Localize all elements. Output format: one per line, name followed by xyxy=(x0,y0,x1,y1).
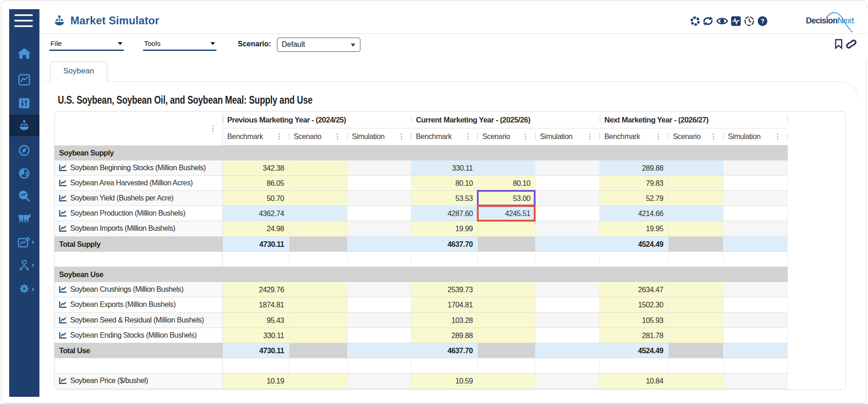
svg-text:?: ? xyxy=(760,17,764,25)
svg-text:$: $ xyxy=(25,171,28,177)
